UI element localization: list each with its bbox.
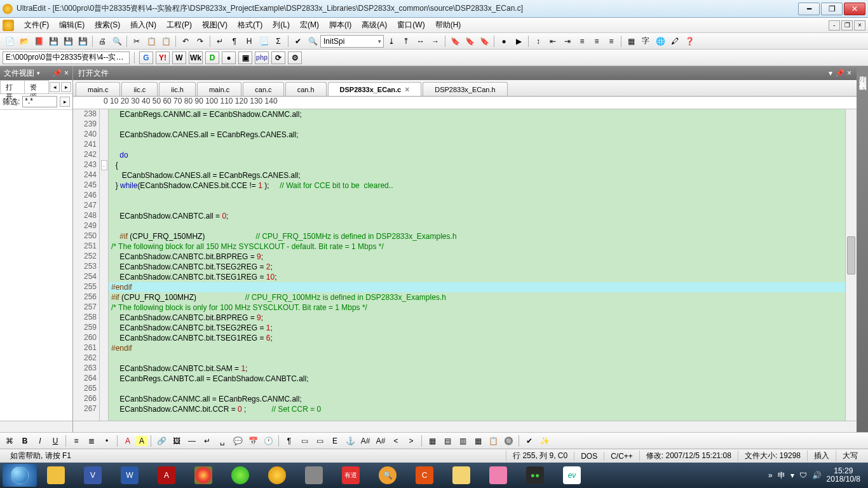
maximize-button[interactable]: ❐ (821, 3, 843, 15)
side-panel-pin-icon[interactable]: 📌 (52, 69, 62, 78)
code-line[interactable] (109, 221, 845, 231)
code-line[interactable]: do (109, 150, 845, 160)
save-icon[interactable]: 💾 (46, 34, 60, 48)
show-spaces-icon[interactable]: ¶ (227, 34, 241, 48)
hr-icon[interactable]: — (185, 434, 199, 448)
file-tab[interactable]: iic.c (121, 82, 158, 96)
openfiles-dropdown-icon[interactable]: ▾ (829, 69, 832, 78)
code-line[interactable]: ECanbShadow.CANBTC.bit.TSEG1REG = 10; (109, 272, 845, 282)
code-line[interactable]: #if (CPU_FRQ_150MHZ) // CPU_FRQ_150MHz i… (109, 231, 845, 241)
task-youdao[interactable]: 有道 (333, 464, 369, 487)
find-next-icon[interactable]: ⤓ (384, 34, 398, 48)
filter-go-icon[interactable]: ▸ (60, 97, 70, 107)
menu-file[interactable]: 文件(F) (19, 18, 54, 32)
wk-icon[interactable]: Wk (189, 51, 203, 64)
tray-chevron-icon[interactable]: » (768, 471, 773, 480)
table-icon[interactable]: ▦ (425, 434, 439, 448)
sidetab-resource[interactable]: 资源 (24, 80, 49, 93)
start-button[interactable] (3, 464, 37, 487)
code-line[interactable]: } while(ECanbShadow.CANES.bit.CCE != 1 )… (109, 180, 845, 191)
italic-icon[interactable]: I (33, 434, 47, 448)
task-folder[interactable] (444, 464, 479, 487)
refresh-icon[interactable]: ⟳ (271, 51, 285, 64)
file-tab[interactable]: main.c (76, 82, 120, 96)
settings-icon[interactable]: ⚙ (288, 51, 302, 64)
dict-icon[interactable]: D (205, 51, 219, 64)
code-line[interactable]: ECanbShadow.CANBTC.bit.TSEG2REG = 1; (109, 323, 845, 333)
code-line[interactable]: ECanbShadow.CANES.all = ECanbRegs.CANES.… (109, 170, 845, 180)
sum-icon[interactable]: Σ (271, 34, 285, 48)
ah2-icon[interactable]: A# (374, 434, 388, 448)
align-center-icon[interactable]: ≡ (590, 34, 604, 48)
close-button[interactable]: ✕ (844, 3, 865, 15)
menu-view[interactable]: 视图(V) (197, 18, 233, 32)
task-word[interactable]: W (112, 464, 147, 487)
help-icon[interactable]: ❓ (682, 34, 696, 48)
msdn-icon[interactable]: ▣ (238, 51, 252, 64)
code-line[interactable]: ECanbShadow.CANMC.bit.CCR = 0 ; // Set C… (109, 404, 845, 414)
side-panel-close-icon[interactable]: × (64, 69, 69, 78)
yahoo-icon[interactable]: Y! (156, 51, 170, 64)
code-line[interactable]: #endif (109, 343, 845, 353)
div-icon[interactable]: ▭ (297, 434, 311, 448)
code-line[interactable]: ECanbShadow.CANBTC.bit.TSEG2REG = 2; (109, 262, 845, 272)
menu-script[interactable]: 脚本(I) (324, 18, 356, 32)
find-combo[interactable]: InitSpi (320, 35, 384, 48)
google-icon[interactable]: G (139, 51, 153, 64)
file-tab[interactable]: DSP2833x_ECan.h (423, 82, 507, 96)
menu-format[interactable]: 格式(T) (233, 18, 268, 32)
web-preview-icon[interactable]: 🌐 (653, 34, 667, 48)
paste-icon[interactable]: 📋 (159, 34, 173, 48)
task-everything[interactable]: 🔍 (370, 464, 405, 487)
br-icon[interactable]: ↵ (200, 434, 214, 448)
menu-advanced[interactable]: 高级(A) (356, 18, 392, 32)
code-line[interactable]: #endif (109, 282, 845, 292)
system-tray[interactable]: » 申 ▾ 🛡 🔊 15:29 2018/10/8 (768, 467, 865, 484)
comment-icon[interactable]: 💬 (231, 434, 245, 448)
html-tag-icon[interactable]: ⌘ (3, 434, 17, 448)
path-input[interactable]: E:\000pro\0普中28335资料\4--实… (3, 51, 130, 64)
date-icon[interactable]: 📅 (246, 434, 260, 448)
code-line[interactable]: ECanbShadow.CANMC.all = ECanbRegs.CANMC.… (109, 394, 845, 404)
editor[interactable]: 2382392402412422432442452462472482492502… (73, 109, 857, 421)
openfiles-close-icon[interactable]: × (847, 69, 851, 78)
file-tab[interactable]: can.h (285, 82, 327, 96)
code-line[interactable]: ECanbShadow.CANBTC.bit.SAM = 1; (109, 363, 845, 374)
opentag-icon[interactable]: < (389, 434, 403, 448)
save-as-icon[interactable]: 💾 (61, 34, 75, 48)
vertical-scrollbar[interactable] (845, 109, 857, 421)
code-line[interactable]: ECanbRegs.CANBTC.all = ECanbShadow.CANBT… (109, 374, 845, 384)
mdi-close[interactable]: × (854, 20, 865, 30)
code-line[interactable]: /* The following block is only for 100 M… (109, 302, 845, 313)
task-acrobat[interactable]: A (149, 464, 184, 487)
right-strip[interactable]: 出列表 函数列表 (857, 66, 868, 432)
find-prev-icon[interactable]: ⤒ (399, 34, 413, 48)
th-icon[interactable]: ▦ (471, 434, 485, 448)
horizontal-scrollbar[interactable] (73, 421, 857, 432)
scroll-thumb[interactable] (847, 236, 855, 274)
button-type-icon[interactable]: 🔘 (501, 434, 515, 448)
link-icon[interactable]: 🔗 (154, 434, 168, 448)
file-tab[interactable]: can.c (243, 82, 283, 96)
filter-input[interactable]: *.* (22, 96, 57, 107)
php-icon[interactable]: php (255, 51, 269, 64)
file-tab[interactable]: main.c (197, 82, 241, 96)
bgcolor-icon[interactable]: A (136, 436, 147, 446)
hex-icon[interactable]: H (242, 34, 256, 48)
wordwrap-icon[interactable]: ↵ (213, 34, 227, 48)
task-visio[interactable]: V (75, 464, 111, 487)
validate-icon[interactable]: ✔ (522, 434, 536, 448)
code-area[interactable]: ECanbRegs.CANMC.all = ECanbShadow.CANMC.… (109, 109, 845, 421)
time-icon[interactable]: 🕐 (261, 434, 275, 448)
image-icon[interactable]: 🖼 (170, 434, 184, 448)
align-left-icon[interactable]: ≡ (575, 34, 589, 48)
bookmark-icon[interactable]: 🔖 (448, 34, 462, 48)
file-tree[interactable] (0, 110, 72, 421)
indent-left-icon[interactable]: ⇤ (546, 34, 560, 48)
ah-icon[interactable]: A# (358, 434, 372, 448)
code-line[interactable] (109, 119, 845, 130)
encoding-icon[interactable]: 字 (639, 34, 653, 48)
code-line[interactable] (109, 191, 845, 201)
span-icon[interactable]: ▭ (313, 434, 327, 448)
code-line[interactable]: ECanbShadow.CANBTC.bit.BRPREG = 9; (109, 252, 845, 262)
